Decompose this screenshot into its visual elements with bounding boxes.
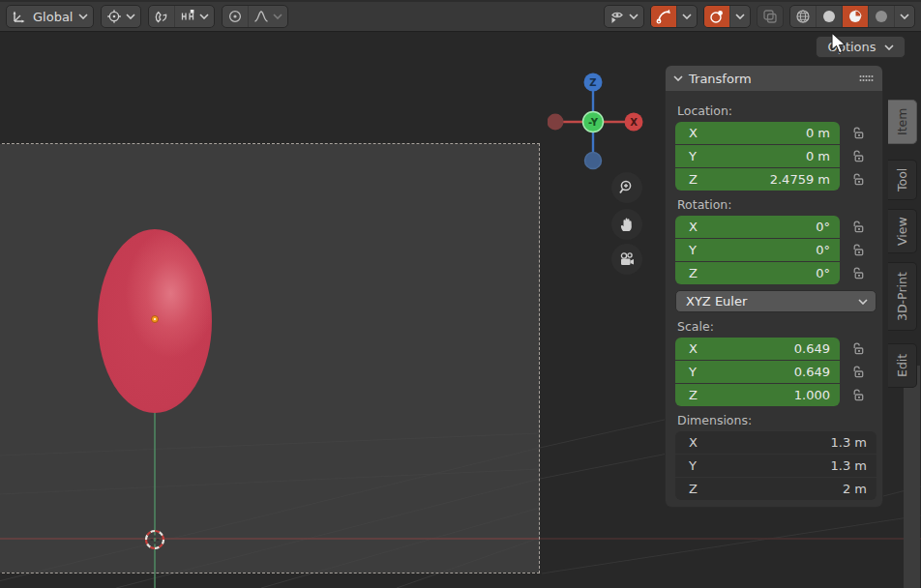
location-y-field[interactable]: Y 0 m (675, 145, 840, 167)
chevron-down-icon (858, 299, 868, 305)
unlock-icon[interactable] (851, 243, 866, 257)
axis-value: 0 m (708, 149, 830, 163)
chevron-down-icon (199, 14, 209, 19)
axis-label: Z (689, 388, 708, 402)
proportional-editing-group (222, 5, 288, 28)
unlock-icon[interactable] (851, 126, 866, 140)
dimensions-rows: X 1.3 m Y 1.3 m Z 2 m (675, 431, 876, 500)
dimensions-label: Dimensions: (677, 413, 876, 427)
rotation-x-field[interactable]: X 0° (675, 216, 840, 238)
chevron-down-icon (273, 14, 282, 19)
axis-label: Y (689, 365, 708, 379)
shading-material-icon (847, 9, 863, 24)
dimensions-z-field[interactable]: Z 2 m (675, 478, 876, 500)
dimensions-y-field[interactable]: Y 1.3 m (675, 455, 876, 477)
axis-value: 1.3 m (708, 458, 867, 473)
transform-panel-header[interactable]: Transform (666, 66, 882, 91)
gizmos-group (650, 5, 698, 28)
rotation-rows: X 0° Y 0° Z (675, 216, 876, 284)
sidebar-scroll-strip[interactable] (904, 366, 920, 588)
toggle-xray-button[interactable] (758, 6, 783, 27)
tab-tool[interactable]: Tool (888, 160, 917, 200)
axis-value: 0° (708, 243, 830, 257)
orientation-label: Global (31, 10, 74, 24)
shading-solid-button[interactable] (816, 6, 842, 27)
options-dropdown[interactable]: Options (816, 36, 906, 58)
overlays-group (703, 5, 751, 28)
snap-increment-icon (180, 9, 195, 24)
shading-rendered-button[interactable] (868, 6, 894, 27)
axis-label: Z (689, 172, 708, 187)
3d-viewport[interactable]: Z X -Y (0, 32, 921, 588)
shading-solid-icon (821, 9, 837, 24)
scale-z-field[interactable]: Z 1.000 (675, 384, 840, 406)
transform-panel: Transform Location: X 0 m (666, 66, 882, 507)
overlays-settings-dropdown[interactable] (729, 6, 750, 27)
proportional-editing-toggle[interactable] (223, 6, 248, 27)
tab-label: View (895, 217, 909, 246)
sidebar-tabs: Item Tool View 3D-Print Edit (888, 100, 921, 388)
viewport-shading-group (789, 5, 915, 28)
scale-y-field[interactable]: Y 0.649 (675, 361, 840, 383)
orientation-axes-icon (12, 9, 27, 24)
snap-toggle-button[interactable] (149, 6, 174, 27)
unlock-icon[interactable] (851, 220, 866, 234)
unlock-icon[interactable] (851, 388, 866, 402)
snap-magnet-icon (154, 9, 169, 24)
proportional-falloff-dropdown[interactable] (248, 6, 287, 27)
shading-wireframe-button[interactable] (790, 6, 816, 27)
gizmo-neg-x-ball[interactable] (548, 114, 564, 131)
pivot-point-dropdown[interactable] (102, 6, 140, 27)
unlock-icon[interactable] (851, 172, 866, 187)
hand-icon (618, 216, 636, 233)
rotation-label: Rotation: (677, 197, 876, 212)
axis-label: Z (689, 266, 708, 280)
show-gizmo-toggle[interactable] (651, 6, 676, 27)
axis-value: 0° (708, 220, 830, 234)
show-overlays-toggle[interactable] (704, 6, 729, 27)
tab-3d-print[interactable]: 3D-Print (888, 262, 917, 331)
tab-view[interactable]: View (888, 209, 917, 253)
location-x-field[interactable]: X 0 m (675, 122, 840, 144)
gizmo-neg-z-ball[interactable] (585, 153, 602, 169)
pan-button[interactable] (611, 209, 642, 240)
unlock-icon[interactable] (851, 266, 866, 280)
snap-settings-dropdown[interactable] (174, 6, 214, 27)
shading-settings-dropdown[interactable] (894, 6, 914, 27)
chevron-down-icon (900, 14, 909, 19)
rotation-mode-dropdown[interactable]: XYZ Euler (675, 290, 876, 312)
tab-edit[interactable]: Edit (888, 343, 917, 388)
axis-value: 0° (708, 266, 830, 280)
axis-value: 1.000 (708, 388, 830, 402)
dimensions-x-field[interactable]: X 1.3 m (675, 431, 876, 454)
object-visibility-dropdown[interactable] (605, 6, 643, 27)
axis-label: Y (689, 243, 708, 257)
rotation-y-field[interactable]: Y 0° (675, 239, 840, 261)
unlock-icon[interactable] (851, 149, 866, 163)
rotation-z-field[interactable]: Z 0° (675, 262, 840, 284)
unlock-icon[interactable] (851, 341, 866, 356)
drag-grip-icon[interactable] (859, 74, 875, 83)
zoom-button[interactable] (611, 172, 642, 203)
location-z-field[interactable]: Z 2.4759 m (675, 168, 840, 191)
transform-orientation-dropdown[interactable]: Global (7, 6, 93, 27)
mouse-cursor (830, 32, 849, 55)
gizmo-settings-dropdown[interactable] (676, 6, 697, 27)
collapse-chevron-icon (673, 75, 683, 81)
pivot-point-icon (106, 9, 122, 24)
falloff-curve-icon (253, 9, 269, 24)
axis-value: 0.649 (708, 341, 830, 356)
shading-material-button[interactable] (842, 6, 868, 27)
gizmo-x-label: X (630, 117, 638, 128)
proportional-editing-icon (227, 9, 243, 24)
tab-item[interactable]: Item (888, 100, 917, 144)
navigation-gizmo[interactable]: Z X -Y (548, 68, 654, 174)
gizmo-neg-y-label: -Y (588, 117, 599, 128)
scale-label: Scale: (677, 319, 876, 334)
camera-view-button[interactable] (611, 244, 642, 275)
tab-label: 3D-Print (895, 272, 909, 321)
unlock-icon[interactable] (851, 365, 866, 379)
3d-cursor (141, 526, 168, 553)
location-label: Location: (677, 103, 876, 118)
scale-x-field[interactable]: X 0.649 (675, 338, 840, 360)
